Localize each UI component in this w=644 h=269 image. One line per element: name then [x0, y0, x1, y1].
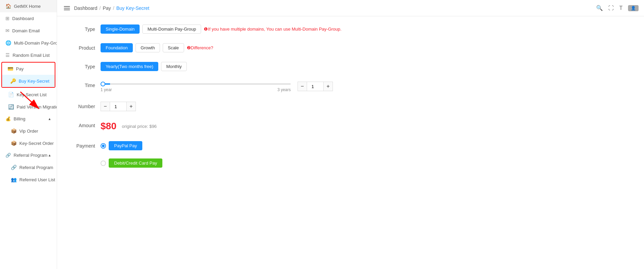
pay-icon: 💳 [7, 66, 13, 71]
sidebar-item-pay[interactable]: 💳 Pay [2, 63, 55, 75]
payment-row: Payment PayPal Pay Debit/Credit Card Pay [68, 141, 633, 172]
paypal-option: PayPal Pay [101, 141, 142, 150]
sidebar-item-domain-email[interactable]: ✉ Domain Email [0, 24, 57, 37]
sidebar-item-buy-key-secret[interactable]: 🔑 Buy Key-Secret [2, 75, 55, 87]
foundation-btn[interactable]: Foundation [101, 43, 133, 52]
breadcrumb-pay[interactable]: Pay [103, 5, 111, 11]
amount-price: $80 [101, 121, 117, 132]
chevron-up-icon: ▲ [48, 117, 51, 121]
sidebar-item-referral-program[interactable]: 🔗 Referral Program [3, 161, 57, 173]
number-stepper: − + [101, 102, 136, 111]
paypal-pay-btn[interactable]: PayPal Pay [109, 141, 142, 150]
billing-type-row: Type Yearly(Two months free) Monthly [68, 62, 633, 71]
user-avatar[interactable]: 👤 [628, 5, 639, 11]
single-domain-btn[interactable]: Single-Domain [101, 24, 140, 34]
topbar-right: 🔍 ⛶ T 👤 [596, 5, 639, 11]
fullscreen-icon[interactable]: ⛶ [608, 5, 614, 11]
time-slider-track[interactable] [101, 83, 291, 85]
amount-original: original price: $96 [122, 124, 157, 129]
sidebar-item-key-secret-order[interactable]: 📦 Key-Secret Order [3, 137, 57, 149]
topbar-left: Dashboard / Pay / Buy Key-Secret [62, 5, 149, 12]
yearly-btn[interactable]: Yearly(Two months free) [101, 62, 158, 71]
breadcrumb: Dashboard / Pay / Buy Key-Secret [74, 5, 149, 11]
dashboard-icon: ⊞ [5, 16, 10, 21]
time-slider-thumb[interactable] [101, 82, 105, 86]
page-content: Type Single-Domain Multi-Domain Pay-Grou… [57, 16, 644, 269]
main-content: Dashboard / Pay / Buy Key-Secret 🔍 ⛶ T 👤… [57, 0, 644, 269]
type-label: Type [68, 24, 95, 32]
sidebar-group-referral[interactable]: 🔗 Referral Program ▲ [0, 149, 57, 161]
users-icon: 👥 [11, 177, 17, 182]
globe-icon: 🌐 [5, 40, 11, 46]
chevron-up2-icon: ▲ [48, 153, 51, 157]
payment-controls: PayPal Pay Debit/Credit Card Pay [101, 141, 162, 172]
billing-submenu: 📦 Vip Order 📦 Key-Secret Order [0, 125, 57, 149]
card-option: Debit/Credit Card Pay [101, 158, 162, 168]
product-label: Product [68, 43, 95, 51]
amount-controls: $80 original price: $96 [101, 121, 157, 132]
pay-section: 💳 Pay 🔑 Buy Key-Secret [1, 62, 55, 88]
time-controls: 1 year 3 years − + [101, 81, 333, 92]
type-controls: Single-Domain Multi-Domain Pay-Group ❶If… [101, 24, 341, 34]
number-increment-btn[interactable]: + [126, 102, 136, 111]
time-input[interactable] [307, 82, 323, 91]
sidebar-item-random-email[interactable]: ☰ Random Email List [0, 49, 57, 61]
sidebar-item-dashboard[interactable]: ⊞ Dashboard [0, 12, 57, 24]
referral-icon: 🔗 [5, 153, 11, 158]
doc-icon: 📄 [8, 92, 14, 97]
key-icon: 🔑 [10, 78, 16, 84]
billing-icon: 💰 [5, 116, 11, 121]
sidebar-item-vip-order[interactable]: 📦 Vip Order [3, 125, 57, 137]
type-row: Type Single-Domain Multi-Domain Pay-Grou… [68, 24, 633, 34]
amount-label: Amount [68, 121, 95, 128]
sidebar-item-key-secret-list[interactable]: 📄 Key-Secret List [0, 88, 57, 101]
sidebar-group-billing[interactable]: 💰 Billing ▲ [0, 113, 57, 125]
sidebar-item-paid-migration[interactable]: 🔄 Paid Version Migration [0, 101, 57, 113]
order2-icon: 📦 [11, 140, 17, 146]
order-icon: 📦 [11, 128, 17, 134]
growth-btn[interactable]: Growth [136, 43, 160, 52]
billing-controls: Yearly(Two months free) Monthly [101, 62, 187, 71]
monthly-btn[interactable]: Monthly [161, 62, 187, 71]
number-decrement-btn[interactable]: − [101, 102, 110, 111]
font-icon[interactable]: T [619, 5, 623, 11]
number-input[interactable] [110, 102, 126, 111]
number-label: Number [68, 102, 95, 109]
product-controls: Foundation Growth Scale ❷Difference? [101, 43, 213, 52]
email-icon: ✉ [5, 28, 10, 33]
amount-row: Amount $80 original price: $96 [68, 121, 633, 132]
sidebar-item-multi-domain[interactable]: 🌐 Multi-Domain Pay-Group [0, 37, 57, 49]
card-radio[interactable] [101, 161, 106, 166]
list-icon: ☰ [5, 52, 10, 58]
payment-label: Payment [68, 141, 95, 149]
breadcrumb-sep1: / [100, 5, 101, 11]
topbar: Dashboard / Pay / Buy Key-Secret 🔍 ⛶ T 👤 [57, 0, 644, 16]
time-row: Time 1 year 3 years − + [68, 81, 633, 92]
slider-max-label: 3 years [278, 87, 291, 92]
breadcrumb-current: Buy Key-Secret [116, 5, 149, 11]
breadcrumb-sep2: / [113, 5, 114, 11]
hamburger-button[interactable] [62, 5, 71, 12]
slider-labels: 1 year 3 years [101, 87, 291, 92]
difference-link[interactable]: ❷Difference? [187, 45, 213, 50]
time-decrement-btn[interactable]: − [298, 82, 307, 91]
card-pay-btn[interactable]: Debit/Credit Card Pay [109, 158, 162, 168]
paypal-radio[interactable] [101, 143, 106, 149]
migration-icon: 🔄 [8, 104, 14, 110]
sidebar: 🏠 GetMX Home ⊞ Dashboard ✉ Domain Email … [0, 0, 57, 269]
sidebar-item-referred-user-list[interactable]: 👥 Referred User List [3, 173, 57, 186]
product-row: Product Foundation Growth Scale ❷Differe… [68, 43, 633, 52]
sidebar-item-getmx-home[interactable]: 🏠 GetMX Home [0, 0, 57, 12]
search-icon[interactable]: 🔍 [596, 5, 603, 11]
time-increment-btn[interactable]: + [323, 82, 333, 91]
type-info: ❶If you have multiple domains, You can u… [204, 27, 341, 32]
scale-btn[interactable]: Scale [163, 43, 184, 52]
breadcrumb-dashboard[interactable]: Dashboard [74, 5, 97, 11]
referral-submenu: 🔗 Referral Program 👥 Referred User List [0, 161, 57, 186]
time-slider-container: 1 year 3 years [101, 81, 291, 92]
multi-domain-btn[interactable]: Multi-Domain Pay-Group [142, 24, 201, 34]
time-stepper: − + [298, 82, 333, 91]
number-row: Number − + [68, 102, 633, 111]
referral2-icon: 🔗 [11, 165, 17, 170]
time-label: Time [68, 81, 95, 88]
